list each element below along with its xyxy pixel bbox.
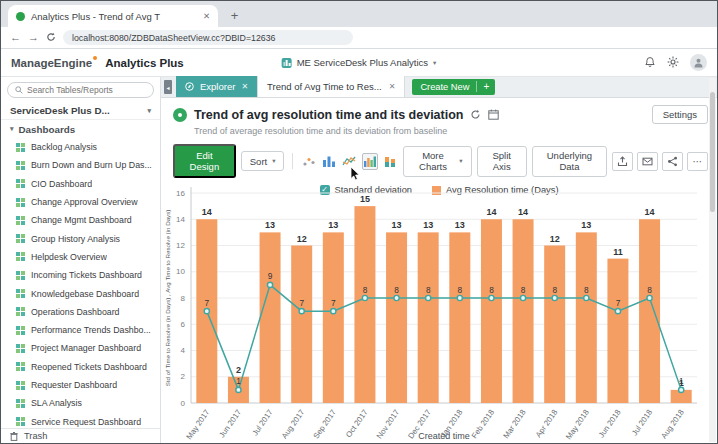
user-avatar[interactable] bbox=[690, 54, 707, 71]
sidebar-item[interactable]: Knowledgebase Dashboard bbox=[1, 284, 160, 302]
close-tab-icon[interactable]: ✕ bbox=[203, 11, 210, 21]
reload-icon[interactable] bbox=[46, 32, 56, 44]
refresh-icon[interactable] bbox=[470, 109, 481, 120]
report-toolbar: Edit Design Sort ▾ More Charts bbox=[161, 136, 717, 178]
url-bar[interactable]: localhost:8080/ZDBDataSheetView.cc?DBID=… bbox=[63, 30, 353, 45]
chevron-down-icon: ▾ bbox=[272, 157, 275, 165]
sidebar-item-trash[interactable]: Trash bbox=[1, 428, 160, 443]
sidebar-item[interactable]: Backlog Analysis bbox=[1, 138, 160, 156]
svg-text:Aug 2017: Aug 2017 bbox=[280, 408, 307, 441]
stacked-chart-icon[interactable] bbox=[383, 153, 398, 170]
svg-text:8: 8 bbox=[647, 285, 652, 295]
sort-label: Sort bbox=[250, 156, 267, 167]
sidebar-collapse-handle[interactable]: ◂ bbox=[164, 80, 172, 94]
sidebar-item[interactable]: Project Manager Dashboard bbox=[1, 339, 160, 357]
dashboard-grid-icon bbox=[16, 362, 25, 371]
sidebar-item[interactable]: Performance Trends Dashbo... bbox=[1, 321, 160, 339]
svg-text:Std of Time to Resolve (in Day: Std of Time to Resolve (in Days) , Avg T… bbox=[164, 210, 171, 387]
calendar-icon[interactable] bbox=[488, 109, 499, 120]
svg-text:0: 0 bbox=[181, 399, 186, 408]
email-icon[interactable] bbox=[637, 152, 658, 171]
back-icon[interactable]: ← bbox=[10, 32, 21, 43]
edit-design-button[interactable]: Edit Design bbox=[173, 144, 236, 178]
sidebar-workspace-row[interactable]: ServiceDesk Plus D... ▾ bbox=[1, 102, 160, 120]
split-axis-button[interactable]: Split Axis bbox=[477, 146, 527, 177]
browser-tab-strip: Analytics Plus - Trend of Avg T ✕ + bbox=[1, 1, 717, 27]
sidebar-item[interactable]: Operations Dashboard bbox=[1, 303, 160, 321]
svg-text:7: 7 bbox=[299, 298, 304, 308]
sidebar-item[interactable]: SLA Analysis bbox=[1, 394, 160, 412]
close-icon[interactable]: ✕ bbox=[241, 82, 248, 91]
dashboard-grid-icon bbox=[16, 143, 25, 152]
sort-button[interactable]: Sort ▾ bbox=[241, 151, 285, 171]
notification-bell-icon[interactable] bbox=[644, 54, 656, 72]
svg-text:12: 12 bbox=[176, 241, 185, 250]
svg-text:8: 8 bbox=[181, 294, 186, 303]
svg-text:14: 14 bbox=[176, 215, 185, 224]
workspace-selector[interactable]: ME ServiceDesk Plus Analytics ▾ bbox=[282, 57, 437, 68]
scatter-chart-icon[interactable] bbox=[301, 153, 316, 170]
explorer-compass-icon bbox=[185, 82, 194, 91]
chart-area[interactable]: 0246810121416Std of Time to Resolve (in … bbox=[161, 177, 709, 444]
sidebar-item[interactable]: Incoming Tickets Dashboard bbox=[1, 266, 160, 284]
sidebar-item[interactable]: Burn Down and Burn Up Das... bbox=[1, 156, 160, 174]
manageengine-logo: ManageEngine bbox=[11, 57, 92, 69]
svg-text:14: 14 bbox=[518, 207, 528, 217]
new-tab-button[interactable]: + bbox=[226, 7, 243, 24]
sidebar-item-label: Service Request Dashboard bbox=[31, 417, 141, 427]
svg-text:13: 13 bbox=[392, 220, 402, 230]
forward-icon[interactable]: → bbox=[28, 32, 39, 43]
svg-text:8: 8 bbox=[394, 285, 399, 295]
bar-line-chart[interactable]: 0246810121416Std of Time to Resolve (in … bbox=[161, 177, 711, 444]
browser-tab[interactable]: Analytics Plus - Trend of Avg T ✕ bbox=[8, 5, 218, 27]
svg-text:8: 8 bbox=[552, 285, 557, 295]
more-options-icon[interactable]: ⋯ bbox=[687, 152, 708, 171]
close-icon[interactable]: ✕ bbox=[389, 82, 396, 91]
svg-text:8: 8 bbox=[458, 285, 463, 295]
report-type-icon bbox=[173, 108, 187, 122]
svg-text:8: 8 bbox=[521, 285, 526, 295]
browser-window: Analytics Plus - Trend of Avg T ✕ + ← → … bbox=[0, 0, 718, 444]
sidebar-item-label: CIO Dashboard bbox=[31, 179, 92, 189]
tab-report[interactable]: Trend of Avg Time to Res... ✕ bbox=[257, 76, 405, 97]
svg-text:Jul 2018: Jul 2018 bbox=[630, 408, 654, 437]
sidebar-item-label: Project Manager Dashboard bbox=[31, 343, 141, 353]
svg-text:Feb 2018: Feb 2018 bbox=[470, 408, 496, 440]
settings-button[interactable]: Settings bbox=[652, 105, 708, 124]
dashboard-grid-icon bbox=[16, 417, 25, 426]
svg-text:May 2018: May 2018 bbox=[564, 408, 591, 441]
svg-text:16: 16 bbox=[176, 189, 185, 198]
sidebar-item-label: Change Approval Overview bbox=[31, 197, 138, 207]
sidebar-item-label: Operations Dashboard bbox=[31, 307, 120, 317]
sidebar-section-dashboards[interactable]: ▾ Dashboards bbox=[1, 120, 160, 138]
column-chart-icon[interactable] bbox=[321, 153, 336, 170]
create-new-button[interactable]: Create New + bbox=[412, 79, 495, 95]
sidebar-item[interactable]: Helpdesk Overview bbox=[1, 248, 160, 266]
svg-text:1: 1 bbox=[236, 376, 241, 386]
dashboard-grid-icon bbox=[16, 161, 25, 170]
sidebar-item[interactable]: Reopened Tickets Dashboard bbox=[1, 358, 160, 376]
tab-explorer[interactable]: Explorer ✕ bbox=[176, 76, 257, 97]
svg-text:May 2017: May 2017 bbox=[184, 408, 211, 441]
sidebar-item[interactable]: Change Approval Overview bbox=[1, 193, 160, 211]
sidebar-section-label: Dashboards bbox=[19, 124, 76, 135]
underlying-data-button[interactable]: Underlying Data bbox=[532, 146, 607, 177]
more-charts-button[interactable]: More Charts ▾ bbox=[403, 146, 472, 177]
svg-text:14: 14 bbox=[202, 207, 212, 217]
sidebar-search[interactable] bbox=[7, 82, 154, 98]
sidebar-item[interactable]: Requester Dashboard bbox=[1, 376, 160, 394]
sidebar-item[interactable]: Change Mgmt Dashboard bbox=[1, 211, 160, 229]
sidebar-item[interactable]: CIO Dashboard bbox=[1, 175, 160, 193]
settings-gear-icon[interactable] bbox=[667, 54, 679, 72]
export-icon[interactable] bbox=[612, 152, 633, 171]
grouped-column-chart-icon[interactable] bbox=[362, 153, 378, 170]
svg-text:13: 13 bbox=[581, 220, 591, 230]
sidebar-item[interactable]: Group History Analysis bbox=[1, 229, 160, 247]
dashboard-grid-icon bbox=[16, 198, 25, 207]
scrollbar-thumb[interactable] bbox=[710, 92, 715, 212]
share-icon[interactable] bbox=[662, 152, 683, 171]
svg-text:6: 6 bbox=[181, 320, 186, 329]
chevron-down-icon: ▾ bbox=[459, 157, 462, 165]
vertical-scrollbar[interactable] bbox=[709, 78, 716, 442]
search-input[interactable] bbox=[27, 85, 146, 95]
